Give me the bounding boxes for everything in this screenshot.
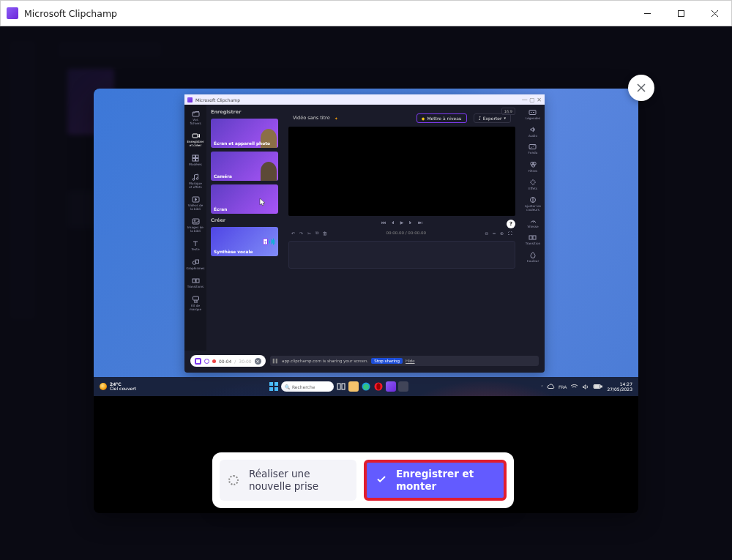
rail-brand-kit[interactable]: Kit de marque [187,296,203,311]
system-tray[interactable]: ˄ FRA [541,384,602,390]
stop-sharing-button[interactable]: Stop sharing [371,358,403,364]
onedrive-icon[interactable] [547,384,555,389]
cut-icon[interactable]: ✂ [307,231,311,236]
prop-color[interactable]: Couleur [527,251,539,263]
explorer-icon[interactable] [348,381,359,392]
rail-music[interactable]: Musique et effets [187,173,203,189]
rail-stock-video[interactable]: Vidéos de la bibli [187,196,203,211]
zoom-out-icon[interactable]: ⊖ [485,231,488,236]
thumb-screen-camera[interactable]: Écran et appareil photo [211,119,278,148]
close-button[interactable] [698,0,731,26]
rail-text[interactable]: Texte [187,240,203,251]
clipchamp-taskbar-icon[interactable] [386,381,396,392]
svg-rect-6 [193,112,199,116]
retake-spinner-icon [228,475,239,485]
rail-templates[interactable]: Modèles [187,154,203,166]
prop-transition[interactable]: Transition [526,234,540,245]
delete-recording-button[interactable]: ✕ [255,358,261,365]
delete-icon[interactable]: 🗑 [323,231,327,236]
svg-rect-28 [529,236,532,239]
skip-fwd-icon[interactable]: ⏭ [418,220,422,225]
window-title: Microsoft Clipchamp [24,8,117,19]
taskbar-app-icon[interactable] [398,381,408,392]
svg-rect-8 [193,155,195,158]
prop-speed[interactable]: Vitesse [527,217,538,228]
video-title[interactable]: Vidéo sans titre [293,115,330,121]
properties-rail: Légendes Audio Fondu Filtres Effets Ajus… [521,105,545,351]
video-player[interactable] [288,127,515,216]
prop-adjust-colors[interactable]: Ajuster les couleurs [521,196,545,212]
sparkle-icon: ✦ [335,116,338,121]
save-and-edit-button[interactable]: Enregistrer et monter [364,460,507,501]
rail-stock-image[interactable]: Images de la bibli [187,218,203,233]
taskbar-search[interactable]: 🔍Recherche [281,381,334,392]
svg-rect-23 [529,145,536,149]
post-recording-choices: Réaliser une nouvelle prise Enregistrer … [212,452,514,508]
export-button[interactable]: ⤴Exporter▾ [474,113,511,123]
rail-transitions[interactable]: Transitions [187,277,203,288]
chevron-up-icon[interactable]: ˄ [541,384,543,389]
play-icon[interactable]: ▶ [400,220,404,225]
mic-icon[interactable] [204,359,209,364]
preview-screenshot: Microsoft Clipchamp — ▢ ✕ Vos fichiers E… [94,89,638,396]
redo-icon[interactable]: ↷ [299,231,303,236]
svg-point-24 [530,162,533,165]
weather-icon [100,383,107,390]
thumb-camera[interactable]: Caméra [211,152,278,181]
svg-point-25 [532,162,535,165]
frame-back-icon[interactable]: ⏴ [391,220,395,225]
minimize-button[interactable] [630,0,664,26]
stop-record-button[interactable] [195,358,201,365]
volume-icon[interactable] [582,384,589,390]
svg-rect-34 [337,384,340,389]
svg-rect-1 [678,10,684,16]
prop-captions[interactable]: Légendes [526,109,540,120]
svg-point-16 [194,220,195,222]
svg-rect-32 [269,387,273,391]
retake-button[interactable]: Réaliser une nouvelle prise [220,460,356,501]
wifi-icon[interactable] [570,384,578,390]
hide-banner-button[interactable]: Hide [406,359,415,363]
svg-point-12 [193,179,195,181]
prop-filters[interactable]: Filtres [529,160,537,173]
embedded-title: Microsoft Clipchamp [195,97,240,102]
prop-effects[interactable]: Effets [529,179,537,190]
prop-fade[interactable]: Fondu [529,143,538,154]
zoom-slider[interactable]: ━ [493,231,496,236]
start-button[interactable] [269,381,279,392]
save-label: Enregistrer et monter [396,468,474,493]
timeline-track[interactable] [288,241,515,269]
thumb-screen[interactable]: Écran [211,184,278,214]
maximize-button[interactable] [664,0,698,26]
copy-icon[interactable]: ⧉ [315,230,318,236]
app-icon [7,7,18,19]
taskbar-clock[interactable]: 14:2727/05/2023 [607,381,632,392]
rail-record-create[interactable]: Enregistrer et créer [187,132,203,147]
app-body: Microsoft Clipchamp — ▢ ✕ Vos fichiers E… [0,26,732,560]
rail-your-files[interactable]: Vos fichiers [187,111,203,125]
language-indicator[interactable]: FRA [559,384,567,389]
svg-rect-18 [195,260,199,264]
weather-widget[interactable]: 24°CCiel couvert [100,382,136,391]
task-view-icon[interactable] [336,381,346,392]
opera-icon[interactable] [373,381,384,392]
frame-fwd-icon[interactable]: ⏵ [408,220,413,225]
upgrade-button[interactable]: ◆Mettre à niveau [417,113,467,123]
svg-point-26 [531,164,534,167]
recording-bar: 00:04 / 30:00 ✕ ▌▌ app.clipchamp.com is … [190,354,539,368]
fit-icon[interactable]: ⛶ [508,231,512,236]
aspect-ratio[interactable]: 16:9 [501,108,515,115]
help-button[interactable]: ? [507,220,515,228]
svg-rect-31 [274,382,278,386]
skip-back-icon[interactable]: ⏮ [381,220,386,225]
undo-icon[interactable]: ↶ [291,231,295,236]
thumb-tts[interactable]: T Synthèse vocale [211,227,278,256]
time-display: 00:00.00 / 00:00.00 [386,231,426,235]
close-preview-button[interactable] [628,75,654,101]
chevron-down-icon: ▾ [504,116,506,120]
rail-graphics[interactable]: Graphismes [187,258,203,270]
prop-audio[interactable]: Audio [529,126,537,138]
battery-icon[interactable] [593,384,602,389]
edge-icon[interactable] [361,381,371,392]
zoom-in-icon[interactable]: ⊕ [500,231,504,236]
